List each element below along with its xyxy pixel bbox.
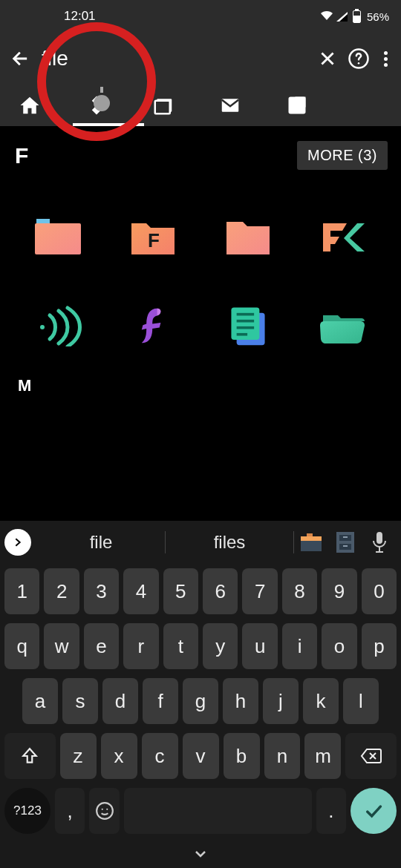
key-x[interactable]: x <box>101 733 137 779</box>
tab-mail[interactable] <box>215 94 245 116</box>
key-z[interactable]: z <box>60 733 97 779</box>
svg-rect-19 <box>307 533 313 536</box>
key-9[interactable]: 9 <box>322 568 356 614</box>
key-w[interactable]: w <box>44 623 79 669</box>
key-y[interactable]: y <box>203 623 238 669</box>
voice-input[interactable] <box>362 532 397 553</box>
svg-rect-25 <box>376 532 382 544</box>
expand-suggestions[interactable] <box>4 529 31 556</box>
tab-indicator <box>73 123 144 126</box>
key-n[interactable]: n <box>264 733 301 779</box>
key-0[interactable]: 0 <box>362 568 397 614</box>
more-button[interactable]: MORE (3) <box>297 141 388 170</box>
key-c[interactable]: c <box>142 733 178 779</box>
key-comma[interactable]: , <box>55 788 85 834</box>
suggestion-files-icon[interactable] <box>294 533 328 551</box>
key-symbols[interactable]: ?123 <box>4 788 50 834</box>
key-row-2: q w e r t y u i o p <box>0 619 401 674</box>
category-tabs <box>0 85 401 126</box>
key-m[interactable]: m <box>304 733 341 779</box>
section-header: F MORE (3) <box>0 126 401 177</box>
app-icon-wifi[interactable] <box>18 296 98 355</box>
key-q[interactable]: q <box>4 623 39 669</box>
key-1[interactable]: 1 <box>4 568 39 614</box>
svg-rect-13 <box>237 313 254 316</box>
key-space[interactable] <box>124 788 312 834</box>
svg-point-29 <box>101 809 102 810</box>
wifi-icon <box>320 10 333 23</box>
svg-rect-16 <box>237 333 247 336</box>
key-2[interactable]: 2 <box>44 568 79 614</box>
key-emoji[interactable] <box>89 788 119 834</box>
key-s[interactable]: s <box>62 678 98 724</box>
app-icon-fk[interactable] <box>303 207 383 266</box>
app-icon-folder-f[interactable]: F <box>113 207 193 266</box>
key-o[interactable]: o <box>322 623 356 669</box>
key-p[interactable]: p <box>362 623 397 669</box>
key-8[interactable]: 8 <box>282 568 317 614</box>
help-button[interactable] <box>348 44 370 73</box>
key-i[interactable]: i <box>282 623 317 669</box>
key-backspace[interactable] <box>345 733 397 779</box>
overflow-menu[interactable] <box>380 44 391 73</box>
key-f[interactable]: f <box>143 678 178 724</box>
back-button[interactable] <box>10 44 31 73</box>
suggestion-1[interactable]: file <box>37 532 165 553</box>
key-enter[interactable] <box>351 788 397 834</box>
key-u[interactable]: u <box>242 623 277 669</box>
tab-apps[interactable] <box>82 94 111 116</box>
app-icon-folder2[interactable] <box>208 207 288 266</box>
key-a[interactable]: a <box>22 678 58 724</box>
suggestion-2[interactable]: files <box>166 532 293 553</box>
svg-rect-18 <box>301 536 322 541</box>
app-icon-folder-open[interactable] <box>303 296 383 355</box>
key-row-1: 1 2 3 4 5 6 7 8 9 0 <box>0 564 401 619</box>
svg-point-28 <box>97 803 113 819</box>
tab-images[interactable] <box>149 94 178 116</box>
nav-bar[interactable] <box>0 838 401 868</box>
key-d[interactable]: d <box>102 678 138 724</box>
status-bar: 12:01 56% <box>0 0 401 33</box>
key-h[interactable]: h <box>223 678 258 724</box>
app-icon-folder1[interactable] <box>18 207 98 266</box>
svg-point-30 <box>106 809 108 810</box>
svg-rect-7 <box>36 219 50 223</box>
key-4[interactable]: 4 <box>123 568 158 614</box>
key-5[interactable]: 5 <box>163 568 198 614</box>
key-l[interactable]: l <box>343 678 379 724</box>
clock: 12:01 <box>64 9 96 24</box>
svg-point-10 <box>40 325 45 329</box>
suggestion-cabinet-icon[interactable] <box>328 532 362 553</box>
app-icon-f-cursive[interactable] <box>113 296 193 355</box>
key-7[interactable]: 7 <box>242 568 277 614</box>
key-row-4: z x c v b n m <box>0 729 401 783</box>
clear-button[interactable] <box>318 44 337 73</box>
key-b[interactable]: b <box>224 733 260 779</box>
key-e[interactable]: e <box>84 623 119 669</box>
section-letter: F <box>15 143 28 168</box>
svg-rect-26 <box>379 547 380 551</box>
key-r[interactable]: r <box>123 623 158 669</box>
tab-home[interactable] <box>15 94 45 116</box>
key-g[interactable]: g <box>183 678 218 724</box>
svg-rect-24 <box>343 545 348 547</box>
svg-rect-8 <box>35 223 81 254</box>
battery-pct: 56% <box>367 10 389 23</box>
svg-rect-23 <box>343 536 348 538</box>
key-t[interactable]: t <box>163 623 198 669</box>
key-6[interactable]: 6 <box>203 568 238 614</box>
key-3[interactable]: 3 <box>84 568 119 614</box>
app-icon-document[interactable] <box>208 296 288 355</box>
key-j[interactable]: j <box>263 678 299 724</box>
svg-point-1 <box>358 62 360 65</box>
svg-rect-27 <box>376 551 383 553</box>
key-row-5: ?123 , . <box>0 783 401 838</box>
tab-open[interactable] <box>282 94 312 116</box>
section-letter-next: M <box>0 363 401 395</box>
search-input[interactable] <box>42 47 307 70</box>
key-shift[interactable] <box>4 733 56 779</box>
signal-icon <box>336 12 348 22</box>
key-k[interactable]: k <box>303 678 339 724</box>
key-period[interactable]: . <box>316 788 346 834</box>
key-v[interactable]: v <box>183 733 219 779</box>
